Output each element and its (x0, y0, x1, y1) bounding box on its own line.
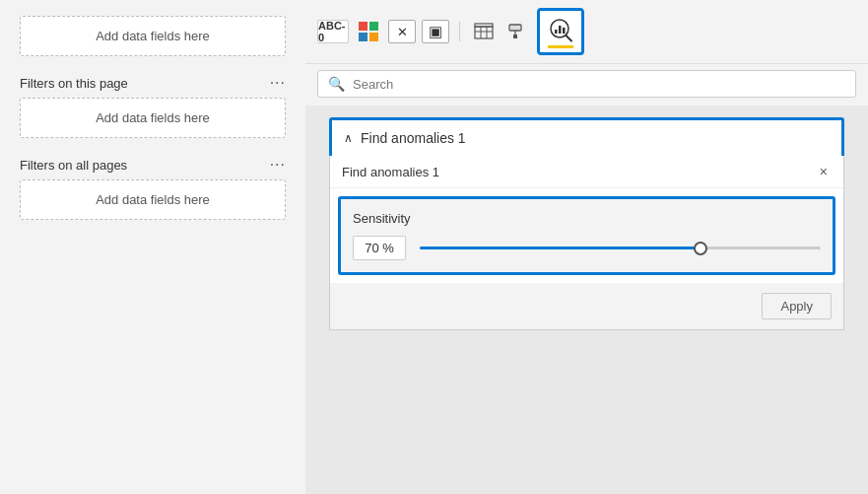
apply-button[interactable]: Apply (762, 293, 832, 319)
svg-rect-11 (555, 30, 558, 34)
percent-display[interactable]: 70 % (353, 236, 406, 260)
analytics-icon-wrapper[interactable] (537, 8, 584, 55)
color-square-blue (359, 33, 367, 41)
colored-squares-icon[interactable] (355, 20, 382, 43)
slider-track (420, 247, 821, 249)
toolbar: ABC-0 ✕ ▣ (305, 0, 868, 64)
filters-page-ellipsis[interactable]: ··· (270, 74, 286, 92)
filters-all-ellipsis[interactable]: ··· (270, 156, 286, 174)
find-anomalies-dropdown: Find anomalies 1 × Sensitivity 70 % (329, 156, 844, 330)
paint-roller-icon[interactable] (503, 20, 531, 43)
color-square-orange (369, 33, 378, 41)
close-x-icon[interactable]: ✕ (388, 20, 416, 43)
svg-line-10 (567, 35, 572, 41)
main-content: ∧ Find anomalies 1 Find anomalies 1 × Se… (305, 106, 868, 494)
sensitivity-section: Sensitivity 70 % (338, 196, 835, 275)
dropdown-title: Find anomalies 1 (342, 165, 439, 179)
filter-section-page: Filters on this page ··· Add data fields… (20, 74, 286, 138)
right-panel: ABC-0 ✕ ▣ (305, 0, 868, 494)
color-square-red (359, 22, 367, 31)
filter-section-all: Filters on all pages ··· Add data fields… (20, 156, 286, 220)
search-icon: 🔍 (328, 76, 345, 92)
svg-rect-6 (510, 26, 520, 30)
slider-fill (420, 247, 701, 249)
find-anomalies-header[interactable]: ∧ Find anomalies 1 (332, 120, 841, 156)
dropdown-header: Find anomalies 1 × (330, 156, 843, 188)
percent-symbol: % (382, 241, 394, 255)
svg-rect-1 (475, 27, 493, 38)
search-box[interactable]: 🔍 (317, 70, 856, 98)
sensitivity-control: 70 % (353, 236, 821, 260)
filters-all-header: Filters on all pages ··· (20, 156, 286, 174)
search-area: 🔍 (305, 64, 868, 106)
sensitivity-label: Sensitivity (353, 211, 821, 226)
toolbar-separator-1 (459, 22, 460, 41)
svg-rect-8 (513, 35, 517, 38)
yellow-underline (548, 45, 573, 48)
color-square-green (369, 22, 378, 31)
find-anomalies-section: ∧ Find anomalies 1 Find anomalies 1 × Se… (329, 117, 844, 159)
monitor-icon[interactable]: ▣ (422, 20, 449, 43)
table-icon[interactable] (470, 20, 498, 43)
percent-value: 70 (365, 241, 378, 255)
find-anomalies-title: Find anomalies 1 (361, 130, 466, 146)
left-filter-panel: Add data fields here Filters on this pag… (0, 0, 305, 494)
abc-icon[interactable]: ABC-0 (317, 20, 349, 43)
search-input[interactable] (353, 77, 845, 92)
filter-section-top: Add data fields here (20, 16, 286, 56)
add-data-fields-page[interactable]: Add data fields here (20, 98, 286, 138)
sensitivity-slider[interactable] (420, 239, 821, 258)
color-grid (359, 22, 378, 41)
filters-all-label: Filters on all pages (20, 158, 127, 173)
svg-rect-13 (563, 28, 566, 34)
analytics-icon (543, 14, 578, 49)
filters-page-label: Filters on this page (20, 76, 128, 91)
slider-thumb[interactable] (694, 242, 707, 255)
chevron-up-icon: ∧ (344, 131, 353, 145)
add-data-fields-all[interactable]: Add data fields here (20, 179, 286, 220)
close-button[interactable]: × (816, 162, 832, 181)
apply-area: Apply (330, 283, 843, 329)
svg-rect-12 (559, 26, 562, 34)
add-data-fields-top[interactable]: Add data fields here (20, 16, 286, 56)
filters-page-header: Filters on this page ··· (20, 74, 286, 92)
